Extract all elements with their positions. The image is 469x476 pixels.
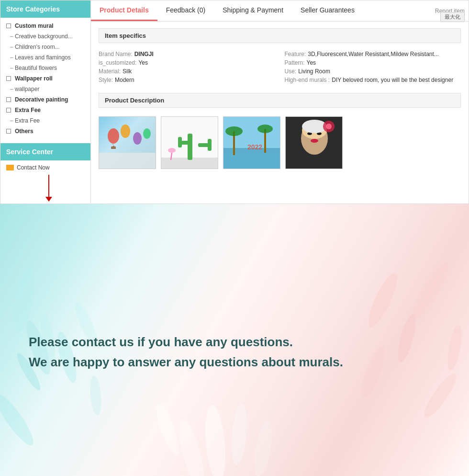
spec-customized: is_customized: Yes <box>99 58 275 67</box>
sidebar-item-decorative-painting[interactable]: Decorative painting <box>0 94 90 105</box>
svg-point-49 <box>202 405 228 476</box>
svg-point-53 <box>152 401 183 458</box>
svg-point-45 <box>407 258 454 323</box>
category-list: Custom mural Creative background... Chil… <box>0 18 90 139</box>
sidebar-item-leaves-flamingos[interactable]: Leaves and flamingos <box>0 52 90 63</box>
square-icon <box>6 108 11 113</box>
specifics-left-col: Brand Name: DINGJI is_customized: Yes Ma… <box>99 50 275 84</box>
arrow-head <box>45 197 52 202</box>
spec-brand-value: DINGJI <box>134 51 154 57</box>
spec-feature-label: Feature: <box>285 51 306 57</box>
sidebar: Store Categories Custom mural Creative b… <box>0 0 91 204</box>
sidebar-item-wallpaper[interactable]: wallpaper <box>0 84 90 94</box>
svg-point-24 <box>257 125 273 133</box>
svg-point-48 <box>420 370 461 421</box>
product-image-2 <box>161 116 218 169</box>
svg-point-2 <box>108 128 119 144</box>
tab-feedback[interactable]: Feedback (0) <box>157 0 214 21</box>
square-icon <box>6 129 11 134</box>
svg-point-44 <box>394 312 419 363</box>
svg-point-50 <box>229 402 249 465</box>
item-specifics-header: Item specifics <box>99 28 461 43</box>
spec-use-value: Living Room <box>298 68 330 75</box>
square-icon <box>6 76 11 81</box>
svg-point-22 <box>225 126 243 136</box>
contact-now-button[interactable]: Contact Now <box>0 160 90 175</box>
spec-use-label: Use: <box>285 68 297 75</box>
sidebar-item-childrens-room[interactable]: Children's room... <box>0 42 90 52</box>
svg-point-5 <box>143 128 151 139</box>
specifics-right-col: Feature: 3D,Fluorescent,Water Resistant,… <box>285 50 461 84</box>
spec-highend-label: High-end murals : <box>285 77 330 83</box>
spec-material-value: Silk <box>123 68 132 75</box>
svg-point-51 <box>174 418 209 476</box>
tab-seller-guarantees[interactable]: Seller Guarantees <box>292 0 363 21</box>
product-image-1 <box>99 116 156 169</box>
sidebar-item-others[interactable]: Others <box>0 126 90 136</box>
sidebar-item-creative-bg[interactable]: Creative background... <box>0 31 90 42</box>
sidebar-item-custom-mural[interactable]: Custom mural <box>0 21 90 31</box>
arrow-line <box>48 175 49 199</box>
svg-point-31 <box>311 139 318 143</box>
spec-use: Use: Living Room <box>285 67 461 76</box>
sidebar-item-extra-fee[interactable]: Extra Fee <box>0 105 90 115</box>
arrow-annotation <box>0 175 90 204</box>
sidebar-item-wallpaper-roll[interactable]: Wallpaper roll <box>0 73 90 84</box>
contact-line-1: Please contact us if you have any questi… <box>29 332 343 352</box>
product-image-3: 2022 <box>223 116 280 169</box>
spec-feature: Feature: 3D,Fluorescent,Water Resistant,… <box>285 50 461 58</box>
svg-point-16 <box>168 148 176 153</box>
spec-highend-value: DIY beloved room, you will be the best d… <box>332 77 453 83</box>
svg-rect-13 <box>178 137 182 147</box>
spec-style: Style: Modern <box>99 76 275 84</box>
svg-text:2022: 2022 <box>247 143 262 151</box>
svg-rect-15 <box>208 139 212 151</box>
service-center-header: Service Center <box>0 143 90 160</box>
square-icon <box>6 97 11 102</box>
spec-material-label: Material: <box>99 68 121 75</box>
spec-brand-label: Brand Name: <box>99 51 133 57</box>
product-image-4 <box>285 116 343 169</box>
spec-brand: Brand Name: DINGJI <box>99 50 275 58</box>
tab-product-details[interactable]: Product Details <box>91 0 157 21</box>
sidebar-item-extra-fee-child[interactable]: Extra Fee <box>0 115 90 126</box>
product-image-gallery: 2022 <box>99 114 461 171</box>
contact-message: Please contact us if you have any questi… <box>0 304 372 401</box>
spec-customized-value: Yes <box>138 59 148 66</box>
sidebar-item-beautiful-flowers[interactable]: Beautiful flowers <box>0 63 90 73</box>
svg-point-52 <box>251 419 276 476</box>
product-description-section: Product Description <box>91 93 469 179</box>
square-icon <box>6 23 11 28</box>
specifics-grid: Brand Name: DINGJI is_customized: Yes Ma… <box>99 48 461 86</box>
lower-contact-section: Please contact us if you have any questi… <box>0 204 469 476</box>
main-content: Product Details Feedback (0) Shipping & … <box>91 0 469 204</box>
contact-line-2: We are happy to answer any questions abo… <box>29 352 343 373</box>
tab-bar: Product Details Feedback (0) Shipping & … <box>91 0 469 22</box>
spec-pattern-value: Yes <box>307 59 316 66</box>
envelope-icon <box>6 165 14 170</box>
store-categories-header: Store Categories <box>0 0 90 18</box>
svg-rect-20 <box>223 153 280 169</box>
spec-pattern: Pattern: Yes <box>285 58 461 67</box>
spec-style-value: Modern <box>115 77 134 83</box>
spec-feature-value: 3D,Fluorescent,Water Resistant,Mildew Re… <box>308 51 439 57</box>
spec-high-end: High-end murals : DIY beloved room, you … <box>285 76 461 84</box>
svg-rect-8 <box>111 147 116 149</box>
svg-rect-11 <box>188 134 192 160</box>
svg-point-46 <box>445 324 464 372</box>
item-specifics-section: Item specifics Brand Name: DINGJI is_cus… <box>91 22 469 93</box>
spec-material: Material: Silk <box>99 67 275 76</box>
product-description-header: Product Description <box>99 93 461 108</box>
spec-pattern-label: Pattern: <box>285 59 305 66</box>
svg-point-3 <box>121 125 130 138</box>
contact-now-label: Contact Now <box>17 164 50 171</box>
svg-point-34 <box>326 124 332 129</box>
maximize-button[interactable]: 最大化 <box>440 12 465 22</box>
tab-shipping-payment[interactable]: Shipping & Payment <box>214 0 292 21</box>
svg-rect-1 <box>99 153 156 169</box>
spec-style-label: Style: <box>99 77 113 83</box>
svg-point-4 <box>133 132 142 145</box>
spec-customized-label: is_customized: <box>99 59 136 66</box>
